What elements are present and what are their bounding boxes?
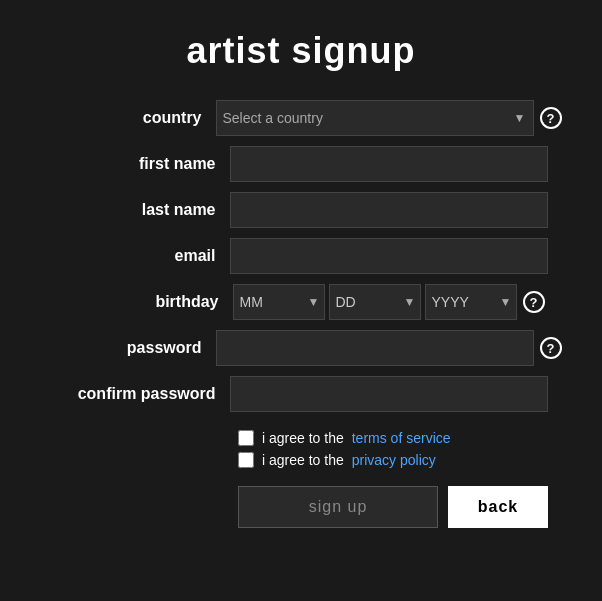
buttons-row: sign up back [20, 486, 582, 528]
back-button[interactable]: back [448, 486, 548, 528]
year-select[interactable]: YYYY 20052000 19951990 19851980 [425, 284, 517, 320]
birthday-label: birthday [58, 293, 233, 311]
terms-checkbox[interactable] [238, 430, 254, 446]
first-name-control-wrap [230, 146, 548, 182]
password-control-wrap: ? [216, 330, 562, 366]
first-name-row: first name [20, 146, 582, 182]
last-name-input[interactable] [230, 192, 548, 228]
email-label: email [55, 247, 230, 265]
country-label: country [41, 109, 216, 127]
birthday-control-wrap: MM 0102 0304 0506 0708 0910 1112 ▼ DD [233, 284, 545, 320]
last-name-control-wrap [230, 192, 548, 228]
confirm-password-input[interactable] [230, 376, 548, 412]
terms-of-service-link[interactable]: terms of service [352, 430, 451, 446]
birthday-help-icon[interactable]: ? [523, 291, 545, 313]
last-name-label: last name [55, 201, 230, 219]
month-select[interactable]: MM 0102 0304 0506 0708 0910 1112 [233, 284, 325, 320]
signup-button[interactable]: sign up [238, 486, 438, 528]
confirm-password-row: confirm password [20, 376, 582, 412]
last-name-row: last name [20, 192, 582, 228]
country-row: country Select a country United States U… [20, 100, 582, 136]
country-help-icon[interactable]: ? [540, 107, 562, 129]
terms-prefix-text: i agree to the [262, 430, 344, 446]
first-name-label: first name [55, 155, 230, 173]
main-container: artist signup country Select a country U… [0, 0, 602, 601]
password-label: password [41, 339, 216, 357]
country-select-wrap: Select a country United States United Ki… [216, 100, 534, 136]
first-name-input[interactable] [230, 146, 548, 182]
privacy-policy-link[interactable]: privacy policy [352, 452, 436, 468]
confirm-password-label: confirm password [55, 385, 230, 403]
signup-form: country Select a country United States U… [20, 100, 582, 528]
email-input[interactable] [230, 238, 548, 274]
year-select-wrap: YYYY 20052000 19951990 19851980 ▼ [425, 284, 517, 320]
country-select[interactable]: Select a country United States United Ki… [216, 100, 534, 136]
privacy-prefix-text: i agree to the [262, 452, 344, 468]
email-row: email [20, 238, 582, 274]
terms-checkbox-row: i agree to the terms of service [238, 430, 451, 446]
password-help-icon[interactable]: ? [540, 337, 562, 359]
day-select-wrap: DD 0102 0315 3031 ▼ [329, 284, 421, 320]
privacy-checkbox-row: i agree to the privacy policy [238, 452, 436, 468]
page-title: artist signup [186, 30, 415, 72]
checkbox-area: i agree to the terms of service i agree … [20, 430, 582, 468]
confirm-password-control-wrap [230, 376, 548, 412]
birthday-selects-group: MM 0102 0304 0506 0708 0910 1112 ▼ DD [233, 284, 517, 320]
country-control-wrap: Select a country United States United Ki… [216, 100, 562, 136]
password-input[interactable] [216, 330, 534, 366]
day-select[interactable]: DD 0102 0315 3031 [329, 284, 421, 320]
email-control-wrap [230, 238, 548, 274]
privacy-checkbox[interactable] [238, 452, 254, 468]
password-row: password ? [20, 330, 582, 366]
birthday-row: birthday MM 0102 0304 0506 0708 0910 111… [20, 284, 582, 320]
month-select-wrap: MM 0102 0304 0506 0708 0910 1112 ▼ [233, 284, 325, 320]
